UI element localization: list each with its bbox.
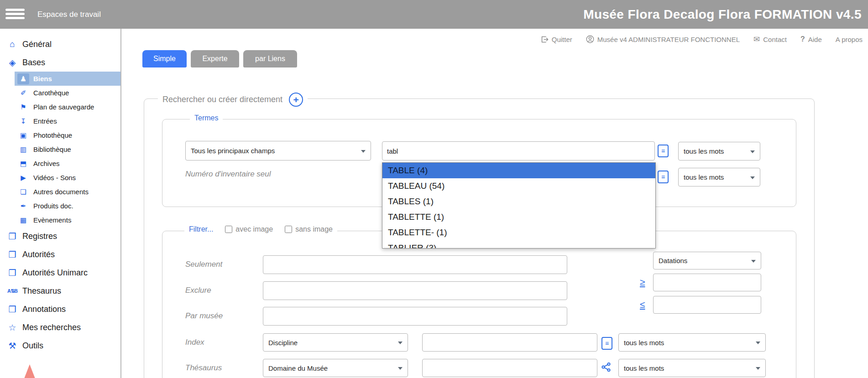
index-list-icon[interactable]	[601, 337, 612, 350]
sidebar-item-plan-de-sauvegarde[interactable]: Plan de sauvegarde	[15, 100, 120, 114]
datations-select[interactable]: Datations	[653, 252, 761, 269]
contact-label: Contact	[763, 36, 787, 43]
sidebar-item-outils[interactable]: Outils	[0, 337, 120, 355]
autocomplete-item[interactable]: TABLE (4)	[382, 163, 655, 178]
user-name-label: Musée v4 ADMINISTRATEUR FONCTIONNEL	[597, 36, 740, 43]
thesaurus-mode-select[interactable]: tous les mots	[618, 359, 766, 377]
home-icon	[6, 39, 18, 50]
index-mode-select[interactable]: tous les mots	[618, 333, 766, 352]
sidebar-item-carotheque[interactable]: Carothèque	[15, 86, 120, 100]
sidebar-item-label: Archives	[33, 160, 60, 167]
share-network-icon[interactable]	[601, 362, 612, 374]
match-mode-select-1[interactable]: tous les mots	[678, 142, 760, 161]
sidebar-item-label: Outils	[22, 341, 43, 351]
sidebar-item-autorites-unimarc[interactable]: Autorités Unimarc	[0, 264, 120, 282]
search-query-input[interactable]	[382, 141, 655, 161]
gte-link[interactable]: ≥	[640, 277, 645, 288]
quit-button[interactable]: Quitter	[541, 36, 572, 43]
tag-icon	[6, 57, 18, 68]
pen-icon	[17, 201, 29, 212]
field-selector-value: Tous les principaux champs	[191, 147, 275, 155]
sidebar-item-bibliotheque[interactable]: Bibliothèque	[15, 142, 120, 156]
sidebar-nav: Général Bases Biens Carothèque Plan de s…	[0, 29, 120, 355]
tab-par-liens[interactable]: par Liens	[243, 50, 297, 67]
thesaurus-value-input[interactable]	[422, 359, 597, 377]
star-icon	[6, 322, 18, 333]
thesaurus-field-select[interactable]: Domaine du Musée	[263, 359, 408, 377]
question-icon: ?	[800, 36, 805, 43]
sidebar-item-biens[interactable]: Biens	[15, 72, 120, 86]
current-user[interactable]: Musée v4 ADMINISTRATEUR FONCTIONNEL	[586, 35, 740, 43]
without-image-checkbox-group[interactable]: sans image	[285, 225, 333, 233]
sidebar-item-evenements[interactable]: Evènements	[15, 213, 120, 227]
contact-button[interactable]: ✉ Contact	[753, 36, 787, 43]
index-value-input[interactable]	[422, 333, 597, 352]
sidebar-item-autres-documents[interactable]: Autres documents	[15, 185, 120, 199]
index-mode-value: tous les mots	[624, 339, 664, 347]
datation-lte-input[interactable]	[653, 296, 761, 314]
sidebar-item-videos-sons[interactable]: Vidéos - Sons	[15, 171, 120, 185]
lte-link[interactable]: ≤	[640, 299, 645, 310]
index-field-value: Discipline	[268, 339, 298, 347]
index-list-icon[interactable]	[658, 171, 669, 183]
sidebar-item-general[interactable]: Général	[0, 35, 120, 53]
user-toolbar: Quitter Musée v4 ADMINISTRATEUR FONCTION…	[541, 35, 863, 43]
sidebar-item-label: Vidéos - Sons	[33, 174, 76, 181]
sidebar-item-label: Entrées	[33, 117, 57, 125]
logo-triangle	[22, 364, 37, 378]
sidebar-item-entrees[interactable]: Entrées	[15, 114, 120, 128]
sidebar-item-autorites[interactable]: Autorités	[0, 245, 120, 264]
flag-icon	[17, 102, 29, 113]
autocomplete-item[interactable]: TABLES (1)	[382, 194, 655, 209]
autocomplete-item[interactable]: TABLEAU (54)	[382, 178, 655, 194]
index-label: Index	[185, 338, 204, 347]
sidebar-item-mes-recherches[interactable]: Mes recherches	[0, 318, 120, 337]
exclude-input[interactable]	[263, 281, 567, 300]
tab-simple[interactable]: Simple	[142, 50, 187, 67]
sidebar-item-annotations[interactable]: Annotations	[0, 300, 120, 318]
without-image-checkbox[interactable]	[285, 226, 292, 233]
tab-experte[interactable]: Experte	[191, 50, 239, 67]
sidebar-item-label: Général	[22, 40, 52, 49]
sidebar-item-thesaurus[interactable]: Thesaurus	[0, 282, 120, 300]
only-input[interactable]	[263, 255, 567, 274]
with-image-checkbox[interactable]	[225, 226, 232, 233]
thesaurus-field-value: Domaine du Musée	[268, 364, 328, 372]
with-image-label: avec image	[235, 225, 273, 233]
index-list-icon[interactable]	[658, 145, 669, 157]
add-plus-icon[interactable]: +	[289, 93, 303, 107]
sidebar-item-label: Thesaurus	[22, 286, 61, 296]
sidebar-item-produits-doc[interactable]: Produits doc.	[15, 199, 120, 213]
by-museum-input[interactable]	[263, 307, 567, 326]
field-selector-select[interactable]: Tous les principaux champs	[185, 141, 371, 161]
autocomplete-item[interactable]: TABLIER (3)	[382, 240, 655, 249]
sidebar-item-registres[interactable]: Registres	[0, 227, 120, 245]
filter-legend: Filtrer... avec image sans image	[184, 225, 337, 233]
datation-gte-input[interactable]	[653, 274, 761, 291]
book-icon	[6, 267, 18, 278]
filter-legend-title: Filtrer...	[189, 225, 213, 233]
with-image-checkbox-group[interactable]: avec image	[225, 225, 273, 233]
registers-icon	[6, 231, 18, 242]
envelope-icon: ✉	[753, 36, 760, 43]
index-field-select[interactable]: Discipline	[263, 333, 408, 352]
sidebar-item-archives[interactable]: Archives	[15, 156, 120, 171]
datations-value: Datations	[659, 257, 687, 264]
search-section-legend: Rechercher ou créer directement +	[158, 93, 308, 107]
sidebar-item-label: Bases	[22, 58, 45, 67]
match-mode-select-2[interactable]: tous les mots	[678, 168, 760, 186]
sidebar-item-label: Autres documents	[33, 188, 89, 196]
termes-legend: Termes	[190, 114, 223, 122]
hamburger-menu-icon[interactable]	[5, 7, 26, 21]
autocomplete-item[interactable]: TABLETTE- (1)	[382, 225, 655, 240]
sidebar-item-phototheque[interactable]: Photothèque	[15, 128, 120, 142]
search-mode-tabs: Simple Experte par Liens	[142, 50, 297, 67]
help-button[interactable]: ? Aide	[800, 36, 822, 43]
autocomplete-item[interactable]: TABLETTE (1)	[382, 209, 655, 225]
help-label: Aide	[808, 36, 822, 43]
workspace-label[interactable]: Espaces de travail	[37, 0, 101, 29]
thesaurus-label: Thésaurus	[185, 363, 222, 373]
about-button[interactable]: A propos	[836, 36, 863, 43]
without-image-label: sans image	[295, 225, 333, 233]
sidebar-item-bases[interactable]: Bases	[0, 53, 120, 72]
